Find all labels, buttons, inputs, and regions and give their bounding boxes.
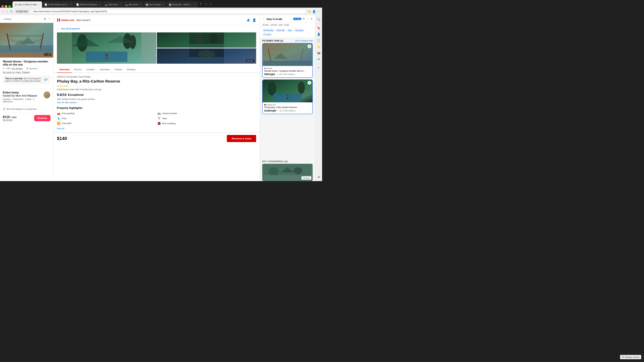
tab-reviews[interactable]: Reviews xyxy=(124,66,138,73)
property-info: Wooda House - Gorgeous wooden villa on t… xyxy=(0,58,53,88)
toolbar-settings-icon[interactable]: ⚙ xyxy=(316,174,322,180)
toolbar-bookmark-icon[interactable]: 🔖 xyxy=(316,25,322,31)
more-options-icon[interactable]: ⋯ xyxy=(306,17,309,20)
host-avatar xyxy=(43,91,51,99)
reserve-button[interactable]: Reserve xyxy=(34,115,51,121)
toolbar-search-icon[interactable]: 🔍 xyxy=(316,17,322,22)
gallery-side-image-2[interactable]: 📷 81+ xyxy=(157,48,256,64)
favorites-icon[interactable]: ⭐ xyxy=(308,10,311,13)
compare-close-icon[interactable]: ✕ xyxy=(310,17,313,20)
filter-top-rated[interactable]: Top rated xyxy=(294,29,304,32)
image-counter: 1 / 49 xyxy=(44,53,52,56)
tab-things-to-do[interactable]: 📄 15 Best things to do in Th... × xyxy=(42,1,74,8)
toolbar-add-icon[interactable]: + xyxy=(316,65,322,70)
see-all-back-arrow-icon[interactable]: ← xyxy=(57,27,60,30)
back-button[interactable]: ‹ xyxy=(2,9,4,14)
price-dates[interactable]: 25–28 Oct xyxy=(3,119,16,121)
exit-compare-link[interactable]: Exit Compare view xyxy=(295,39,313,42)
filter-more[interactable]: +7 more xyxy=(262,33,272,36)
rating-value: 4.94 xyxy=(6,67,10,70)
tab-siam[interactable]: 🏬 Siam Paragon × xyxy=(144,1,166,8)
property-gallery: 📷 81+ xyxy=(54,32,260,66)
url-bar[interactable]: https://www.airbnb.com/rooms/53163431?ad… xyxy=(30,9,306,14)
compare-back-icon[interactable]: ← xyxy=(262,17,265,20)
navigation-bar: ‹ › ↻ ⊟ Split view https://www.airbnb.co… xyxy=(0,8,322,15)
not-considering-title: NOT CONSIDERING (10) xyxy=(262,160,313,163)
svg-point-14 xyxy=(105,54,108,56)
tab-wat-phra[interactable]: 📄 Wat Phra Chetuphon × xyxy=(74,1,102,8)
tab-close-1[interactable]: × xyxy=(39,3,40,6)
filter-spa[interactable]: Spa xyxy=(287,29,293,32)
hotel-score: 9.6/10 Exceptional xyxy=(57,93,256,97)
tab-phulay-hotels[interactable]: 🏨 Phulay Bay - Hotels.com × xyxy=(166,1,198,8)
toolbar-office-icon[interactable]: 📦 xyxy=(316,50,322,56)
toolbar-account-icon[interactable]: 👤 xyxy=(316,31,322,37)
gallery-side-images: 📷 81+ xyxy=(157,32,256,64)
homes-back-link[interactable]: ‹ Homes xyxy=(3,18,12,20)
star-rating-icon: ★ xyxy=(3,67,5,70)
rare-find-box: This is a rare find. Mon And Maayan's pl… xyxy=(3,76,50,84)
tab-stay-krabi[interactable]: 🏠 Stay in Krabi (11 tabs) × xyxy=(12,1,42,8)
reserve-room-button[interactable]: Reserve a room xyxy=(227,135,256,142)
tab-nike-1[interactable]: 👟 Nike shoes × xyxy=(103,1,123,8)
superhost-section: 🏅 Mon And Maayan is a Superhost xyxy=(3,106,50,110)
tab-rooms[interactable]: Rooms xyxy=(72,66,84,73)
reviews-link[interactable]: 251 reviews xyxy=(12,67,22,70)
profile-icon[interactable]: 👤 xyxy=(312,10,316,13)
wooda-card-image xyxy=(262,43,312,66)
phulay-source: Hotels.com xyxy=(264,104,311,106)
filter-free-wifi[interactable]: Free wifi xyxy=(276,29,286,32)
tab-title-3: Wat Phra Chetuphon xyxy=(80,3,97,5)
toolbar-favorites-icon[interactable]: ⭐ xyxy=(316,44,322,49)
tab-close-4[interactable]: × xyxy=(120,3,121,6)
luggage-icon[interactable]: 🧳 xyxy=(246,18,250,22)
more-travel-button[interactable]: More travel ▾ xyxy=(76,19,90,21)
tab-close-7[interactable]: × xyxy=(195,3,196,6)
svg-point-36 xyxy=(294,167,302,174)
phulay-price: $140/night xyxy=(264,109,276,112)
tab-close-2[interactable]: × xyxy=(70,3,72,6)
tab-amenities[interactable]: Amenities xyxy=(97,66,112,73)
tab-overview[interactable]: Overview xyxy=(57,66,72,73)
extensions-icon[interactable]: ⋯ xyxy=(317,10,320,13)
toolbar-email-icon[interactable]: ✉ xyxy=(316,56,322,62)
svg-point-32 xyxy=(286,94,288,96)
see-all-properties-link[interactable]: See all properties xyxy=(61,27,80,30)
phulay-card-close[interactable]: × xyxy=(308,81,311,85)
superhost-full-label: Mon And Maayan is a Superhost xyxy=(6,108,36,110)
heart-icon[interactable]: ♡ xyxy=(48,17,50,21)
gallery-main-image[interactable] xyxy=(57,32,156,64)
split-view-button[interactable]: ⊟ Split view xyxy=(14,9,29,13)
see-all-amenities-link[interactable]: See all › xyxy=(57,127,256,130)
share-icon[interactable]: ⬆ xyxy=(44,17,46,21)
tab-nike-2[interactable]: 👟 Nike shoes × xyxy=(123,1,143,8)
minimize-window-btn[interactable] xyxy=(5,5,7,8)
see-all-reviews-link[interactable]: See all 196 reviews › xyxy=(57,101,256,104)
forward-button[interactable]: › xyxy=(6,9,8,14)
gallery-side-image-1[interactable] xyxy=(157,32,256,48)
compare-dates: 20 Dec - 28 Dec · $40 - $190 xyxy=(260,23,315,27)
camera-icon: 📷 xyxy=(247,60,249,62)
minimize-tabs-btn[interactable]: — xyxy=(203,2,208,6)
refresh-button[interactable]: ↻ xyxy=(10,9,13,14)
refresh-icon[interactable]: ↻ xyxy=(303,17,305,20)
tab-close-3[interactable]: × xyxy=(99,3,100,6)
tab-policies[interactable]: Policies xyxy=(112,66,124,73)
tab-close-5[interactable]: × xyxy=(140,3,141,6)
superhost-label: Superhost xyxy=(29,67,38,69)
toolbar-clipboard-icon[interactable]: 📋 xyxy=(316,38,322,43)
maximize-window-btn[interactable] xyxy=(8,5,11,8)
location-link[interactable]: Ko Lanta Yai, Krabi, Thailand xyxy=(3,71,30,73)
hotels-user-icon[interactable]: 👤 xyxy=(252,18,256,22)
restore-button[interactable]: Restore xyxy=(302,176,311,180)
new-tab-button[interactable]: + xyxy=(198,1,203,6)
close-window-btn[interactable] xyxy=(2,5,4,8)
see-all-chevron-icon: › xyxy=(64,127,65,130)
restore-tabs-btn[interactable]: □ xyxy=(209,2,213,6)
see-reviews-label: See all 196 reviews xyxy=(57,101,76,104)
tab-favicon-5: 👟 xyxy=(125,3,128,6)
tab-location[interactable]: Location xyxy=(84,66,97,73)
tab-close-6[interactable]: × xyxy=(163,3,164,6)
filter-pet-friendly[interactable]: Pet friendly xyxy=(262,29,274,32)
wooda-card-close[interactable]: × xyxy=(308,44,311,48)
